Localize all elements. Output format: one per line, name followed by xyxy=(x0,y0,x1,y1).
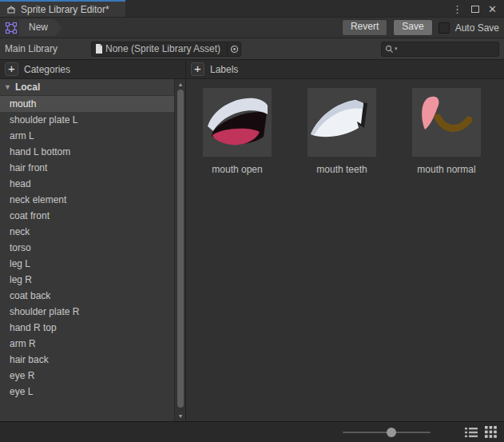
content-area: ▼ Local mouthshoulder plate Larm Lhand L… xyxy=(0,79,504,421)
categories-title: Categories xyxy=(24,64,70,75)
asset-field-value: None (Sprite Library Asset) xyxy=(103,43,227,54)
category-item[interactable]: neck element xyxy=(0,192,185,208)
label-item-mouth-normal[interactable]: mouth normal xyxy=(412,88,481,175)
category-item[interactable]: hair back xyxy=(0,352,185,368)
category-item[interactable]: arm R xyxy=(0,336,185,352)
maximize-icon[interactable] xyxy=(471,6,479,13)
scrollbar-up-icon[interactable]: ▲ xyxy=(175,79,186,90)
category-item[interactable]: shoulder plate R xyxy=(0,304,185,320)
label-item-mouth-teeth[interactable]: mouth teeth xyxy=(308,88,376,175)
search-icon xyxy=(385,45,394,54)
slider-knob[interactable] xyxy=(387,428,396,437)
panel-headers: + Categories + Labels xyxy=(0,60,504,79)
category-item[interactable]: torso xyxy=(0,240,185,256)
sprite-library-asset-field[interactable]: None (Sprite Library Asset) xyxy=(91,42,241,57)
category-item[interactable]: leg L xyxy=(0,256,185,272)
category-item[interactable]: leg R xyxy=(0,272,185,288)
close-icon[interactable]: ✕ xyxy=(488,4,497,14)
category-item[interactable]: coat front xyxy=(0,208,185,224)
main-library-row: Main Library None (Sprite Library Asset)… xyxy=(0,38,504,60)
revert-button[interactable]: Revert xyxy=(342,19,387,35)
scrollbar-thumb[interactable] xyxy=(177,90,184,408)
auto-save-checkbox[interactable] xyxy=(439,22,450,34)
category-item[interactable]: arm L xyxy=(0,128,185,144)
sprite-library-asset-icon xyxy=(5,22,18,34)
tab-title: Sprite Library Editor* xyxy=(21,4,109,15)
save-button[interactable]: Save xyxy=(393,19,432,35)
search-field[interactable]: ▾ xyxy=(381,42,499,57)
main-library-label: Main Library xyxy=(5,43,91,54)
thumbnail-size-slider[interactable] xyxy=(343,432,431,433)
object-picker-icon[interactable] xyxy=(227,42,240,56)
category-item[interactable]: eye L xyxy=(0,384,185,400)
category-item[interactable]: coat back xyxy=(0,288,185,304)
category-item[interactable]: hand R top xyxy=(0,320,185,336)
breadcrumb-new[interactable]: New xyxy=(19,19,62,36)
toolbar: New Revert Save Auto Save xyxy=(0,18,504,38)
add-category-button[interactable]: + xyxy=(5,62,18,76)
asset-file-icon xyxy=(95,44,103,54)
categories-list: mouthshoulder plate Larm Lhand L bottomh… xyxy=(0,96,185,400)
grid-view-icon[interactable] xyxy=(484,425,498,439)
sprite-thumbnail-mouth-normal[interactable] xyxy=(412,88,481,157)
categories-header: + Categories xyxy=(0,60,186,78)
window-menu-icon[interactable]: ⋮ xyxy=(452,4,462,14)
local-group-foldout[interactable]: ▼ Local xyxy=(0,79,185,96)
label-item-mouth-open[interactable]: mouth open xyxy=(203,88,272,175)
local-group-label: Local xyxy=(15,82,40,93)
title-bar: Sprite Library Editor* ⋮ ✕ xyxy=(0,0,504,18)
bottom-bar xyxy=(0,421,504,442)
tab-sprite-library-editor[interactable]: Sprite Library Editor* xyxy=(0,0,125,17)
add-label-button[interactable]: + xyxy=(191,62,204,76)
sprite-thumbnail-mouth-open[interactable] xyxy=(203,88,272,157)
label-name: mouth teeth xyxy=(316,164,367,175)
sprite-library-window-icon xyxy=(6,4,17,15)
category-item[interactable]: hand L bottom xyxy=(0,144,185,160)
category-item[interactable]: hair front xyxy=(0,160,185,176)
label-name: mouth open xyxy=(212,164,262,175)
auto-save-label: Auto Save xyxy=(455,22,499,34)
scrollbar-down-icon[interactable]: ▼ xyxy=(175,411,186,421)
categories-scrollbar[interactable]: ▲ ▼ xyxy=(174,79,185,421)
label-name: mouth normal xyxy=(417,164,475,175)
category-item[interactable]: eye R xyxy=(0,368,185,384)
sprite-thumbnail-mouth-teeth[interactable] xyxy=(308,88,376,157)
category-item[interactable]: mouth xyxy=(0,96,185,112)
labels-header: + Labels xyxy=(186,60,504,78)
category-item[interactable]: head xyxy=(0,176,185,192)
categories-panel: ▼ Local mouthshoulder plate Larm Lhand L… xyxy=(0,79,186,421)
category-item[interactable]: shoulder plate L xyxy=(0,112,185,128)
search-filter-caret-icon: ▾ xyxy=(395,46,398,52)
labels-title: Labels xyxy=(210,64,238,75)
category-item[interactable]: neck xyxy=(0,224,185,240)
list-view-icon[interactable] xyxy=(464,425,478,439)
foldout-triangle-icon: ▼ xyxy=(4,83,11,91)
search-input[interactable] xyxy=(399,43,495,54)
labels-panel: mouth open mouth teeth mouth normal xyxy=(186,79,504,421)
